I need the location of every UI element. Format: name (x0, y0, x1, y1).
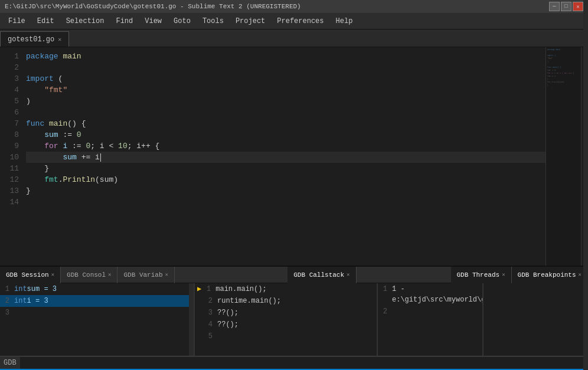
callstack-text-1: main.main(); (215, 284, 266, 294)
menu-selection[interactable]: Selection (60, 15, 110, 28)
minimize-button[interactable]: ─ (549, 2, 560, 11)
threads-line-1: 1 1 - e:\gitjd\src\myworld\go: (378, 283, 482, 306)
callstack-panel: ▶ 1 main.main(); 2 runtime.main(); 3 ??(… (195, 283, 378, 356)
titlebar-title: E:\GitJD\src\MyWorld\GoStudyCode\gotest0… (5, 3, 301, 10)
threads-panel: 1 1 - e:\gitjd\src\myworld\go: 2 (378, 283, 484, 356)
menu-preferences[interactable]: Preferences (271, 15, 329, 28)
line-num-1: 1 (0, 51, 19, 62)
panel-tab-threads-label: GDB Threads (457, 271, 500, 279)
line-num-8: 8 (0, 129, 19, 140)
code-line-7: func main() { (26, 118, 545, 129)
var-line-num-1: 1 (2, 284, 14, 294)
panel-tab-gdb-variables-label: GDB Variab (123, 271, 162, 279)
line-num-14: 14 (0, 197, 19, 208)
panel-tab-gdb-variables[interactable]: GDB Variab ✕ (117, 267, 174, 283)
titlebar: E:\GitJD\src\MyWorld\GoStudyCode\gotest0… (0, 0, 588, 13)
panel-tab-breakpoints-label: GDB Breakpoints (518, 271, 576, 279)
panel-tab-callstack-close[interactable]: ✕ (347, 271, 349, 278)
threads-line-2: 2 (378, 306, 482, 317)
tab-label: gotest01.go (8, 35, 54, 44)
panel-tab-gdb-session-label: GDB Session (6, 271, 49, 279)
menu-view[interactable]: View (139, 15, 168, 28)
code-line-11: } (26, 163, 545, 174)
panel-tab-threads-close[interactable]: ✕ (502, 271, 505, 278)
menu-find[interactable]: Find (110, 15, 139, 28)
menu-file[interactable]: File (2, 15, 31, 28)
callstack-num-1: 1 (204, 284, 215, 294)
variable-line-2: 2 int i = 3 (0, 295, 194, 307)
code-line-2 (26, 62, 545, 73)
code-line-13: } (26, 185, 545, 197)
panel-tab-gdb-session-close[interactable]: ✕ (51, 271, 54, 278)
panel-tabs: GDB Session ✕ GDB Consol ✕ GDB Variab ✕ … (0, 267, 588, 283)
callstack-num-2: 2 (205, 296, 217, 306)
maximize-button[interactable]: □ (561, 2, 571, 11)
var-value-2: i = 3 (27, 296, 48, 306)
code-line-9: for i := 0; i < 10; i++ { (26, 140, 545, 152)
breakpoints-panel (484, 283, 588, 356)
line-numbers: 1 2 3 4 5 6 7 8 9 10 11 12 13 14 (0, 47, 24, 266)
menu-project[interactable]: Project (230, 15, 271, 28)
minimap-content: package main import ( "fmt" ) func main(… (546, 47, 581, 266)
callstack-line-3: 3 ??(); (195, 307, 377, 319)
var-line-num-3: 3 (2, 307, 14, 318)
menu-goto[interactable]: Goto (168, 15, 197, 28)
line-num-7: 7 (0, 118, 19, 129)
tab-close-icon[interactable]: ✕ (58, 36, 61, 43)
panel-tab-threads[interactable]: GDB Threads ✕ (451, 267, 512, 283)
gdb-label: GDB (0, 359, 20, 367)
variables-scrollbar[interactable] (189, 283, 194, 356)
callstack-num-4: 4 (205, 319, 217, 330)
var-value-1: sum = 3 (27, 284, 57, 294)
callstack-num-5: 5 (205, 331, 217, 342)
callstack-num-3: 3 (205, 307, 217, 318)
var-line-num-2: 2 (2, 296, 14, 306)
panel-tab-callstack[interactable]: GDB Callstack ✕ (288, 267, 356, 283)
gdb-input[interactable] (20, 357, 588, 369)
callstack-line-4: 4 ??(); (195, 319, 377, 330)
panels-content: 1 int sum = 3 2 int i = 3 3 ▶ 1 main.mai… (0, 283, 588, 356)
code-area[interactable]: package main import ( "fmt" ) func main(… (24, 47, 545, 266)
thread-text-1: 1 - e:\gitjd\src\myworld\go: (392, 284, 484, 305)
variable-line-1: 1 int sum = 3 (0, 283, 194, 295)
line-num-6: 6 (0, 107, 19, 118)
code-line-8: sum := 0 (26, 129, 545, 140)
variables-panel: 1 int sum = 3 2 int i = 3 3 (0, 283, 195, 356)
panel-tab-gdb-variables-close[interactable]: ✕ (165, 271, 168, 278)
code-line-5: ) (26, 96, 545, 107)
menubar: File Edit Selection Find View Goto Tools… (0, 13, 588, 30)
panel-tab-gdb-console[interactable]: GDB Consol ✕ (61, 267, 117, 283)
close-button[interactable]: ✕ (573, 2, 583, 11)
line-num-5: 5 (0, 96, 19, 107)
panel-tab-callstack-label: GDB Callstack (293, 271, 344, 279)
line-num-12: 12 (0, 174, 19, 185)
titlebar-controls: ─ □ ✕ (549, 2, 583, 11)
line-num-2: 2 (0, 62, 19, 73)
code-line-6 (26, 107, 545, 118)
line-num-9: 9 (0, 140, 19, 152)
panel-tab-breakpoints[interactable]: GDB Breakpoints ✕ (512, 267, 588, 283)
var-type-2: int (14, 296, 27, 306)
code-line-1: package main (26, 51, 545, 62)
tab-gotest01[interactable]: gotest01.go ✕ (0, 31, 69, 47)
panel-tab-breakpoints-close[interactable]: ✕ (579, 271, 582, 278)
code-line-4: "fmt" (26, 84, 545, 96)
line-num-10: 10 (0, 152, 19, 163)
callstack-text-4: ??(); (217, 319, 239, 330)
code-line-14 (26, 197, 545, 208)
var-type-1: int (14, 284, 27, 294)
right-panels: 1 1 - e:\gitjd\src\myworld\go: 2 (378, 283, 588, 356)
menu-edit[interactable]: Edit (31, 15, 60, 28)
line-num-3: 3 (0, 73, 19, 84)
panel-tab-gdb-console-close[interactable]: ✕ (108, 271, 111, 278)
menu-help[interactable]: Help (330, 15, 359, 28)
panel-tab-gdb-session[interactable]: GDB Session ✕ (0, 267, 61, 283)
callstack-text-3: ??(); (217, 307, 239, 318)
line-num-13: 13 (0, 185, 19, 197)
code-line-12: fmt.Println(sum) (26, 174, 545, 185)
tabbar: gotest01.go ✕ (0, 30, 588, 47)
panel-tab-gdb-console-label: GDB Consol (67, 271, 106, 279)
menu-tools[interactable]: Tools (197, 15, 230, 28)
minimap: package main import ( "fmt" ) func main(… (545, 47, 581, 266)
variable-line-3: 3 (0, 307, 194, 319)
